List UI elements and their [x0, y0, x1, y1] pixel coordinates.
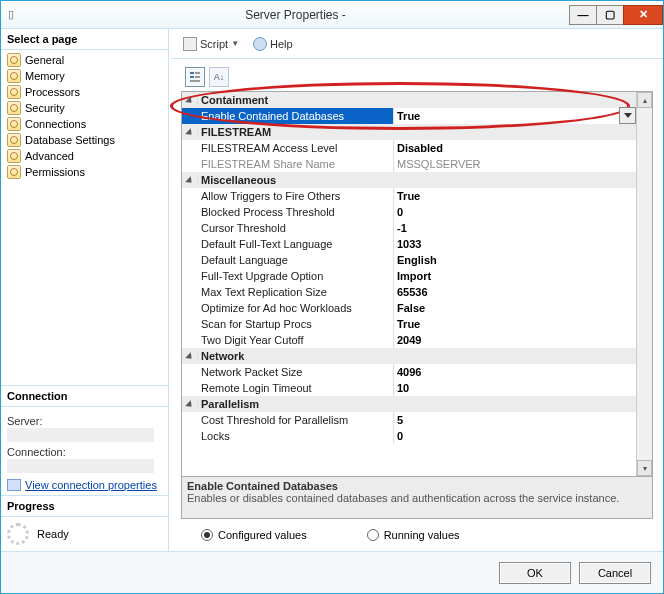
- scroll-down-button[interactable]: ▾: [637, 460, 652, 476]
- minimize-button[interactable]: —: [569, 5, 597, 25]
- page-icon: [7, 133, 21, 147]
- window-title: Server Properties -: [21, 8, 570, 22]
- script-button[interactable]: Script▼: [179, 35, 243, 53]
- page-general[interactable]: General: [5, 52, 164, 68]
- page-icon: [7, 117, 21, 131]
- script-icon: [183, 37, 197, 51]
- page-permissions[interactable]: Permissions: [5, 164, 164, 180]
- dialog-footer: OK Cancel: [1, 551, 663, 593]
- close-button[interactable]: ✕: [623, 5, 663, 25]
- dropdown-button[interactable]: [619, 107, 636, 124]
- prop-filestream-share-name[interactable]: FILESTREAM Share NameMSSQLSERVER: [182, 156, 636, 172]
- page-processors[interactable]: Processors: [5, 84, 164, 100]
- prop-two-digit-year-cutoff[interactable]: Two Digit Year Cutoff2049: [182, 332, 636, 348]
- prop-filestream-access-level[interactable]: FILESTREAM Access LevelDisabled: [182, 140, 636, 156]
- titlebar[interactable]: ▯ Server Properties - — ▢ ✕: [1, 1, 663, 29]
- category-network[interactable]: Network: [182, 348, 636, 364]
- alphabetical-view-button[interactable]: A↓: [209, 67, 229, 87]
- page-connections[interactable]: Connections: [5, 116, 164, 132]
- page-advanced[interactable]: Advanced: [5, 148, 164, 164]
- scroll-up-button[interactable]: ▴: [637, 92, 652, 108]
- scroll-track[interactable]: [637, 108, 652, 460]
- scrollbar[interactable]: ▴ ▾: [636, 92, 652, 476]
- select-page-header: Select a page: [1, 29, 168, 50]
- radio-configured-values[interactable]: Configured values: [201, 529, 307, 541]
- radio-icon: [367, 529, 379, 541]
- maximize-button[interactable]: ▢: [596, 5, 624, 25]
- category-miscellaneous[interactable]: Miscellaneous: [182, 172, 636, 188]
- dropdown-icon: ▼: [231, 39, 239, 48]
- svg-rect-2: [195, 72, 200, 74]
- description-text: Enables or disables contained databases …: [187, 492, 647, 504]
- description-title: Enable Contained Databases: [187, 480, 647, 492]
- page-database-settings[interactable]: Database Settings: [5, 132, 164, 148]
- page-icon: [7, 149, 21, 163]
- window-icon: ▯: [1, 8, 21, 21]
- server-properties-window: ▯ Server Properties - — ▢ ✕ Select a pag…: [0, 0, 664, 594]
- svg-rect-0: [190, 72, 194, 74]
- prop-remote-login-timeout[interactable]: Remote Login Timeout10: [182, 380, 636, 396]
- connection-value: [7, 459, 154, 473]
- prop-fulltext-upgrade-option[interactable]: Full-Text Upgrade OptionImport: [182, 268, 636, 284]
- category-parallelism[interactable]: Parallelism: [182, 396, 636, 412]
- prop-default-fulltext-language[interactable]: Default Full-Text Language1033: [182, 236, 636, 252]
- svg-rect-4: [190, 80, 200, 82]
- prop-optimize-adhoc[interactable]: Optimize for Ad hoc WorkloadsFalse: [182, 300, 636, 316]
- category-containment[interactable]: Containment: [182, 92, 636, 108]
- progress-spinner-icon: [7, 523, 29, 545]
- help-icon: [253, 37, 267, 51]
- radio-icon: [201, 529, 213, 541]
- cancel-button[interactable]: Cancel: [579, 562, 651, 584]
- left-panel: Select a page General Memory Processors …: [1, 29, 169, 551]
- page-icon: [7, 165, 21, 179]
- svg-rect-3: [195, 76, 200, 78]
- ok-button[interactable]: OK: [499, 562, 571, 584]
- prop-max-text-replication-size[interactable]: Max Text Replication Size65536: [182, 284, 636, 300]
- progress-status: Ready: [37, 528, 69, 540]
- property-grid: Containment Enable Contained DatabasesTr…: [181, 91, 653, 477]
- prop-blocked-process-threshold[interactable]: Blocked Process Threshold0: [182, 204, 636, 220]
- connection-header: Connection: [1, 385, 168, 407]
- prop-cursor-threshold[interactable]: Cursor Threshold-1: [182, 220, 636, 236]
- prop-enable-contained-databases[interactable]: Enable Contained DatabasesTrue: [182, 108, 636, 124]
- category-filestream[interactable]: FILESTREAM: [182, 124, 636, 140]
- prop-cost-threshold-parallelism[interactable]: Cost Threshold for Parallelism5: [182, 412, 636, 428]
- radio-running-values[interactable]: Running values: [367, 529, 460, 541]
- description-pane: Enable Contained Databases Enables or di…: [181, 477, 653, 519]
- page-icon: [7, 69, 21, 83]
- right-panel: Script▼ Help A↓ Containment Enable Conta…: [169, 29, 663, 551]
- page-icon: [7, 85, 21, 99]
- prop-network-packet-size[interactable]: Network Packet Size4096: [182, 364, 636, 380]
- page-list: General Memory Processors Security Conne…: [1, 50, 168, 182]
- prop-locks[interactable]: Locks0: [182, 428, 636, 444]
- progress-header: Progress: [1, 495, 168, 517]
- server-label: Server:: [7, 415, 162, 427]
- help-button[interactable]: Help: [249, 35, 297, 53]
- svg-rect-1: [190, 76, 194, 78]
- page-security[interactable]: Security: [5, 100, 164, 116]
- connection-label: Connection:: [7, 446, 162, 458]
- server-value: [7, 428, 154, 442]
- prop-default-language[interactable]: Default LanguageEnglish: [182, 252, 636, 268]
- page-memory[interactable]: Memory: [5, 68, 164, 84]
- prop-allow-triggers[interactable]: Allow Triggers to Fire OthersTrue: [182, 188, 636, 204]
- link-icon: [7, 479, 21, 491]
- prop-scan-startup-procs[interactable]: Scan for Startup ProcsTrue: [182, 316, 636, 332]
- categorized-view-button[interactable]: [185, 67, 205, 87]
- page-icon: [7, 53, 21, 67]
- toolbar: Script▼ Help: [171, 29, 663, 59]
- page-icon: [7, 101, 21, 115]
- view-connection-properties-link[interactable]: View connection properties: [7, 479, 162, 491]
